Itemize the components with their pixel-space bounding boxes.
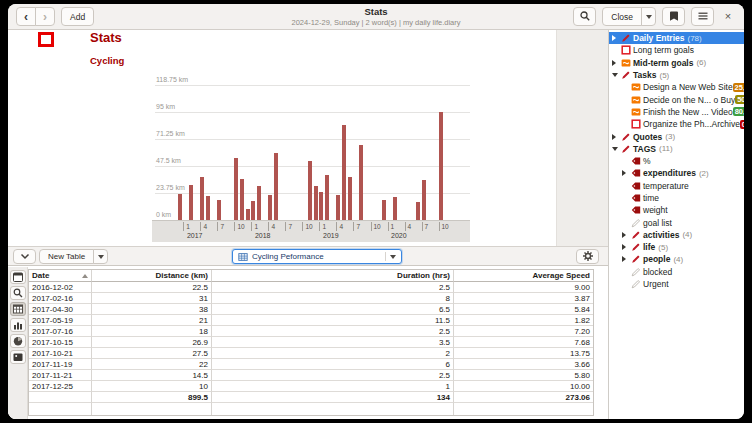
expander-closed[interactable] — [612, 60, 621, 66]
search-button[interactable] — [573, 7, 596, 26]
table-cell: 3.66 — [454, 359, 593, 370]
table-view-button[interactable] — [10, 302, 26, 316]
expander-closed[interactable] — [622, 232, 631, 238]
tree-item-count: (5) — [659, 71, 669, 80]
tree-item-item[interactable]: % — [609, 155, 744, 167]
collapse-panel-button[interactable] — [13, 249, 36, 264]
x-axis-month-tick: 4 — [405, 222, 412, 231]
table-row[interactable]: 2017-02-163183.87 — [29, 293, 593, 304]
calendar-view-button[interactable] — [10, 270, 26, 284]
table-row[interactable]: 2017-04-30386.55.84 — [29, 304, 593, 315]
expander-closed[interactable] — [622, 244, 631, 250]
table-row[interactable]: 2017-11-2114.52.55.80 — [29, 370, 593, 381]
table-panel: DateDistance (km)Duration (hrs)Average S… — [8, 267, 608, 419]
bookmark-button[interactable] — [662, 7, 685, 26]
tree-item-quotes[interactable]: Quotes(3) — [609, 130, 744, 142]
table-cell: 22 — [92, 359, 212, 370]
tree-item-goal-list[interactable]: goal list — [609, 216, 744, 228]
chevron-right-icon — [622, 170, 626, 176]
search-icon — [579, 10, 591, 24]
x-axis-month-tick: 10 — [234, 222, 244, 231]
tree-item-people[interactable]: people(4) — [609, 253, 744, 265]
gear-icon — [582, 250, 594, 264]
sidebar: Daily Entries(78)Long term goalsMid-term… — [608, 30, 744, 419]
tree-item-activities[interactable]: activities(4) — [609, 229, 744, 241]
tree-item-tasks[interactable]: Tasks(5) — [609, 69, 744, 81]
tree-item-label: Tasks — [633, 70, 656, 80]
table-cell: 21 — [92, 315, 212, 326]
back-button[interactable]: ‹ — [16, 7, 36, 26]
window-close-button[interactable]: × — [720, 11, 736, 22]
chart-bar — [359, 145, 363, 220]
table-row[interactable]: 2017-10-2127.5213.75 — [29, 348, 593, 359]
table-row[interactable]: 2017-11-192263.66 — [29, 359, 593, 370]
pie-chart-view-button[interactable] — [10, 334, 26, 348]
tree-item-count: (6) — [696, 58, 706, 67]
chart-bar — [274, 153, 278, 220]
image-view-button[interactable] — [10, 350, 26, 364]
forward-button[interactable]: › — [35, 7, 55, 26]
menu-button[interactable] — [691, 7, 714, 26]
expander-closed[interactable] — [612, 134, 621, 140]
add-button[interactable]: Add — [61, 7, 94, 26]
table-empty-space — [29, 403, 593, 415]
tree-item-tags[interactable]: TAGS(11) — [609, 143, 744, 155]
progress-badge: 80,0% — [733, 107, 744, 116]
table-cell: 2017-04-30 — [29, 304, 92, 315]
chart-bar — [439, 112, 443, 220]
tree-item-urgent[interactable]: Urgent — [609, 278, 744, 290]
tree-item-weight[interactable]: weight — [609, 204, 744, 216]
progress-badge: 0,0% — [740, 120, 744, 129]
new-table-dropdown-button[interactable] — [93, 249, 108, 264]
table-cell: 2017-11-21 — [29, 370, 92, 381]
tree-item-time[interactable]: time — [609, 192, 744, 204]
chevron-down-icon — [646, 15, 652, 19]
expander-closed[interactable] — [612, 35, 621, 41]
new-table-button[interactable]: New Table — [39, 249, 94, 264]
tree-item-expenditures[interactable]: expenditures(2) — [609, 167, 744, 179]
tree-item-decide-on-the-n-o-buy[interactable]: Decide on the N... o Buy50,0% — [609, 93, 744, 105]
table-cell: 7.20 — [454, 326, 593, 337]
tree-item-blocked[interactable]: blocked — [609, 266, 744, 278]
search-view-button[interactable] — [10, 286, 26, 300]
table-cell: 5.80 — [454, 370, 593, 381]
tree-item-organize-the-ph-archive[interactable]: Organize the Ph...Archive0,0% — [609, 118, 744, 130]
column-header[interactable]: Average Speed — [454, 270, 593, 282]
expander-open[interactable] — [612, 147, 621, 151]
expander-closed[interactable] — [622, 256, 631, 262]
table-cell: 10.00 — [454, 381, 593, 392]
expander-closed[interactable] — [622, 170, 631, 176]
table-row[interactable]: 2017-07-16182.57.20 — [29, 326, 593, 337]
tree-item-life[interactable]: life(5) — [609, 241, 744, 253]
column-header[interactable]: Distance (km) — [92, 270, 212, 282]
pencil-red-icon — [621, 144, 633, 154]
pencil-red-icon — [621, 132, 633, 142]
table-row[interactable]: 2017-12-2510110.00 — [29, 381, 593, 392]
bar-chart-view-button[interactable] — [10, 318, 26, 332]
close-entry-dropdown-button[interactable] — [641, 7, 656, 26]
cycling-chart: 0 km23.75 km47.5 km71.25 km95 km118.75 k… — [8, 30, 556, 246]
table-row[interactable]: 2017-05-192111.51.82 — [29, 315, 593, 326]
tree-item-label: life — [643, 242, 655, 252]
settings-button[interactable] — [576, 249, 599, 264]
tree-item-mid-term-goals[interactable]: Mid-term goals(6) — [609, 57, 744, 69]
table-cell: 2.5 — [212, 370, 454, 381]
expander-open[interactable] — [612, 73, 621, 77]
table-row[interactable]: 2016-12-0222.52.59.00 — [29, 282, 593, 293]
tree-item-daily-entries[interactable]: Daily Entries(78) — [609, 32, 744, 44]
tree-item-label: Finish the New ... Video — [643, 107, 733, 117]
table-selector[interactable]: Cycling Peformance — [232, 249, 402, 264]
entry-preview: Stats Cycling 0 km23.75 km47.5 km71.25 k… — [8, 30, 608, 246]
screen: ‹ › Add Stats 2024-12-29, Sunday | 2 wor… — [0, 0, 752, 423]
tree-item-temperature[interactable]: temperature — [609, 180, 744, 192]
tree-item-design-a-new-web-site[interactable]: Design a New Web Site25,0% — [609, 81, 744, 93]
chart-bar — [325, 175, 329, 221]
table-row[interactable]: 2017-10-1526.93.57.68 — [29, 337, 593, 348]
table-cell: 1.82 — [454, 315, 593, 326]
x-axis-month-tick: 1 — [183, 222, 190, 231]
close-entry-button[interactable]: Close — [602, 7, 642, 26]
column-header[interactable]: Date — [29, 270, 92, 282]
column-header[interactable]: Duration (hrs) — [212, 270, 454, 282]
tree-item-finish-the-new-video[interactable]: Finish the New ... Video80,0% — [609, 106, 744, 118]
tree-item-long-term-goals[interactable]: Long term goals — [609, 44, 744, 56]
